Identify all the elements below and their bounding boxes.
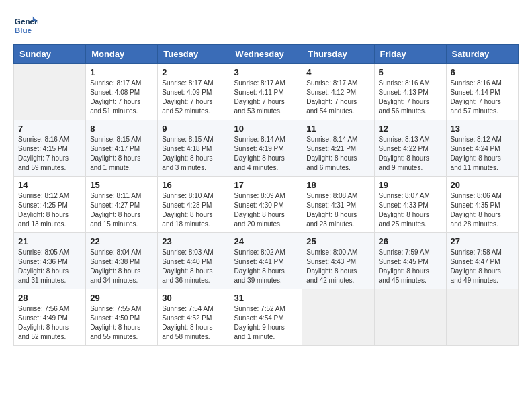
logo: General Blue xyxy=(13,13,40,38)
day-info: Sunrise: 8:07 AM Sunset: 4:33 PM Dayligh… xyxy=(379,191,442,229)
day-info: Sunrise: 8:17 AM Sunset: 4:08 PM Dayligh… xyxy=(90,79,153,116)
day-number: 31 xyxy=(234,293,298,303)
calendar-cell xyxy=(302,289,374,346)
svg-text:Blue: Blue xyxy=(15,26,32,34)
day-number: 29 xyxy=(90,293,153,303)
calendar-cell: 10Sunrise: 8:14 AM Sunset: 4:19 PM Dayli… xyxy=(230,120,302,177)
day-number: 28 xyxy=(18,293,81,303)
day-number: 16 xyxy=(162,180,225,190)
calendar-cell: 15Sunrise: 8:11 AM Sunset: 4:27 PM Dayli… xyxy=(86,177,158,233)
day-number: 8 xyxy=(90,124,153,134)
day-info: Sunrise: 7:54 AM Sunset: 4:52 PM Dayligh… xyxy=(162,304,225,342)
day-info: Sunrise: 7:58 AM Sunset: 4:47 PM Dayligh… xyxy=(451,248,514,285)
calendar-cell: 17Sunrise: 8:09 AM Sunset: 4:30 PM Dayli… xyxy=(230,177,302,233)
day-info: Sunrise: 8:13 AM Sunset: 4:22 PM Dayligh… xyxy=(379,135,442,173)
day-number: 15 xyxy=(90,180,153,190)
day-info: Sunrise: 7:52 AM Sunset: 4:54 PM Dayligh… xyxy=(234,304,298,342)
calendar-cell: 30Sunrise: 7:54 AM Sunset: 4:52 PM Dayli… xyxy=(158,289,230,346)
calendar-cell: 4Sunrise: 8:17 AM Sunset: 4:12 PM Daylig… xyxy=(302,64,374,120)
day-header-wednesday: Wednesday xyxy=(230,45,302,64)
calendar-cell xyxy=(446,289,518,346)
calendar-cell: 26Sunrise: 7:59 AM Sunset: 4:45 PM Dayli… xyxy=(374,233,446,289)
day-header-tuesday: Tuesday xyxy=(158,45,230,64)
day-number: 26 xyxy=(379,236,442,246)
day-number: 3 xyxy=(234,67,298,77)
calendar-cell: 9Sunrise: 8:15 AM Sunset: 4:18 PM Daylig… xyxy=(158,120,230,177)
day-info: Sunrise: 8:15 AM Sunset: 4:18 PM Dayligh… xyxy=(162,135,225,173)
calendar-week-5: 28Sunrise: 7:56 AM Sunset: 4:49 PM Dayli… xyxy=(14,289,519,346)
day-number: 20 xyxy=(451,180,514,190)
day-number: 21 xyxy=(18,236,81,246)
day-header-friday: Friday xyxy=(374,45,446,64)
day-info: Sunrise: 8:11 AM Sunset: 4:27 PM Dayligh… xyxy=(90,191,153,229)
day-number: 9 xyxy=(162,124,225,134)
calendar-cell: 3Sunrise: 8:17 AM Sunset: 4:11 PM Daylig… xyxy=(230,64,302,120)
day-number: 2 xyxy=(162,67,225,77)
day-info: Sunrise: 8:02 AM Sunset: 4:41 PM Dayligh… xyxy=(234,248,298,285)
day-number: 5 xyxy=(379,67,442,77)
day-info: Sunrise: 8:14 AM Sunset: 4:21 PM Dayligh… xyxy=(306,135,369,173)
calendar-cell: 20Sunrise: 8:06 AM Sunset: 4:35 PM Dayli… xyxy=(446,177,518,233)
day-info: Sunrise: 8:15 AM Sunset: 4:17 PM Dayligh… xyxy=(90,135,153,173)
calendar-cell: 29Sunrise: 7:55 AM Sunset: 4:50 PM Dayli… xyxy=(86,289,158,346)
day-info: Sunrise: 7:59 AM Sunset: 4:45 PM Dayligh… xyxy=(379,248,442,285)
calendar-cell: 22Sunrise: 8:04 AM Sunset: 4:38 PM Dayli… xyxy=(86,233,158,289)
calendar-cell: 31Sunrise: 7:52 AM Sunset: 4:54 PM Dayli… xyxy=(230,289,302,346)
day-info: Sunrise: 8:16 AM Sunset: 4:15 PM Dayligh… xyxy=(18,135,81,173)
day-info: Sunrise: 8:17 AM Sunset: 4:09 PM Dayligh… xyxy=(162,79,225,116)
calendar-cell: 12Sunrise: 8:13 AM Sunset: 4:22 PM Dayli… xyxy=(374,120,446,177)
day-info: Sunrise: 7:56 AM Sunset: 4:49 PM Dayligh… xyxy=(18,304,81,342)
calendar-cell: 5Sunrise: 8:16 AM Sunset: 4:13 PM Daylig… xyxy=(374,64,446,120)
day-number: 24 xyxy=(234,236,298,246)
day-number: 22 xyxy=(90,236,153,246)
calendar-cell: 27Sunrise: 7:58 AM Sunset: 4:47 PM Dayli… xyxy=(446,233,518,289)
day-number: 11 xyxy=(306,124,369,134)
day-number: 30 xyxy=(162,293,225,303)
day-number: 18 xyxy=(306,180,369,190)
day-number: 7 xyxy=(18,124,81,134)
calendar-cell: 8Sunrise: 8:15 AM Sunset: 4:17 PM Daylig… xyxy=(86,120,158,177)
page-header: General Blue xyxy=(13,13,519,38)
calendar-cell: 28Sunrise: 7:56 AM Sunset: 4:49 PM Dayli… xyxy=(14,289,86,346)
day-number: 27 xyxy=(451,236,514,246)
day-info: Sunrise: 8:04 AM Sunset: 4:38 PM Dayligh… xyxy=(90,248,153,285)
day-number: 14 xyxy=(18,180,81,190)
calendar-week-3: 14Sunrise: 8:12 AM Sunset: 4:25 PM Dayli… xyxy=(14,177,519,233)
day-header-saturday: Saturday xyxy=(446,45,518,64)
calendar-table: SundayMondayTuesdayWednesdayThursdayFrid… xyxy=(13,44,519,346)
calendar-cell: 2Sunrise: 8:17 AM Sunset: 4:09 PM Daylig… xyxy=(158,64,230,120)
day-info: Sunrise: 8:05 AM Sunset: 4:36 PM Dayligh… xyxy=(18,248,81,285)
day-info: Sunrise: 8:06 AM Sunset: 4:35 PM Dayligh… xyxy=(451,191,514,229)
calendar-cell: 11Sunrise: 8:14 AM Sunset: 4:21 PM Dayli… xyxy=(302,120,374,177)
day-number: 23 xyxy=(162,236,225,246)
calendar-cell: 6Sunrise: 8:16 AM Sunset: 4:14 PM Daylig… xyxy=(446,64,518,120)
day-number: 10 xyxy=(234,124,298,134)
calendar-cell: 23Sunrise: 8:03 AM Sunset: 4:40 PM Dayli… xyxy=(158,233,230,289)
day-number: 4 xyxy=(306,67,369,77)
day-info: Sunrise: 8:08 AM Sunset: 4:31 PM Dayligh… xyxy=(306,191,369,229)
calendar-cell: 21Sunrise: 8:05 AM Sunset: 4:36 PM Dayli… xyxy=(14,233,86,289)
day-info: Sunrise: 7:55 AM Sunset: 4:50 PM Dayligh… xyxy=(90,304,153,342)
day-info: Sunrise: 8:14 AM Sunset: 4:19 PM Dayligh… xyxy=(234,135,298,173)
day-info: Sunrise: 8:16 AM Sunset: 4:14 PM Dayligh… xyxy=(451,79,514,116)
calendar-cell: 14Sunrise: 8:12 AM Sunset: 4:25 PM Dayli… xyxy=(14,177,86,233)
day-header-sunday: Sunday xyxy=(14,45,86,64)
calendar-cell: 16Sunrise: 8:10 AM Sunset: 4:28 PM Dayli… xyxy=(158,177,230,233)
day-info: Sunrise: 8:09 AM Sunset: 4:30 PM Dayligh… xyxy=(234,191,298,229)
calendar-cell: 13Sunrise: 8:12 AM Sunset: 4:24 PM Dayli… xyxy=(446,120,518,177)
day-number: 1 xyxy=(90,67,153,77)
day-info: Sunrise: 8:03 AM Sunset: 4:40 PM Dayligh… xyxy=(162,248,225,285)
day-info: Sunrise: 8:12 AM Sunset: 4:24 PM Dayligh… xyxy=(451,135,514,173)
day-number: 25 xyxy=(306,236,369,246)
day-info: Sunrise: 8:10 AM Sunset: 4:28 PM Dayligh… xyxy=(162,191,225,229)
day-info: Sunrise: 8:17 AM Sunset: 4:12 PM Dayligh… xyxy=(306,79,369,116)
calendar-cell xyxy=(374,289,446,346)
day-info: Sunrise: 8:16 AM Sunset: 4:13 PM Dayligh… xyxy=(379,79,442,116)
day-number: 12 xyxy=(379,124,442,134)
day-number: 17 xyxy=(234,180,298,190)
calendar-cell: 24Sunrise: 8:02 AM Sunset: 4:41 PM Dayli… xyxy=(230,233,302,289)
calendar-cell xyxy=(14,64,86,120)
day-info: Sunrise: 8:17 AM Sunset: 4:11 PM Dayligh… xyxy=(234,79,298,116)
calendar-cell: 18Sunrise: 8:08 AM Sunset: 4:31 PM Dayli… xyxy=(302,177,374,233)
calendar-cell: 1Sunrise: 8:17 AM Sunset: 4:08 PM Daylig… xyxy=(86,64,158,120)
